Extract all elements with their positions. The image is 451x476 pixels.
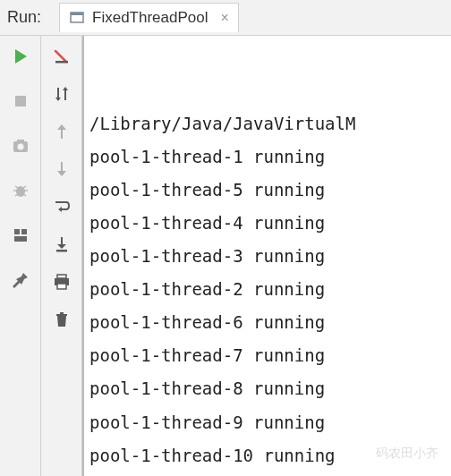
up-arrow-icon[interactable] [50,120,73,143]
soft-wrap-icon[interactable] [50,195,73,218]
console-line: pool-1-thread-5 running [88,174,447,207]
console-line: pool-1-thread-3 running [88,240,447,273]
console-line: pool-1-thread-1 running [88,140,447,174]
svg-rect-1 [71,13,83,15]
svg-marker-28 [57,244,66,249]
tab-title: FixedThreadPool [92,9,208,27]
console-line: pool-1-thread-6 running [88,306,447,339]
run-panel-body: /Library/Java/JavaVirtualMpool-1-thread-… [0,36,451,476]
console-line: pool-1-thread-4 running [88,472,447,476]
run-panel-header: Run: FixedThreadPool × [0,0,451,36]
console-line: /Library/Java/JavaVirtualM [88,107,447,140]
svg-line-10 [15,186,18,188]
svg-rect-17 [55,61,68,64]
secondary-toolbar [41,36,82,476]
sort-icon[interactable] [50,82,73,106]
svg-rect-6 [17,140,24,142]
primary-toolbar [0,36,41,476]
layout-button[interactable] [9,224,32,247]
console-line: pool-1-thread-4 running [88,207,447,240]
console-line: pool-1-thread-9 running [88,406,447,439]
svg-rect-30 [57,275,66,278]
svg-rect-29 [56,250,67,252]
svg-marker-26 [58,207,62,212]
svg-rect-3 [15,96,26,106]
scroll-to-end-icon[interactable] [50,233,73,256]
print-icon[interactable] [50,270,73,293]
watermark: 码农田小齐 [376,441,438,465]
console-line: pool-1-thread-8 running [88,372,447,405]
down-arrow-icon[interactable] [50,157,73,181]
console-output[interactable]: /Library/Java/JavaVirtualMpool-1-thread-… [82,36,451,476]
application-icon [69,10,85,26]
svg-marker-21 [63,87,68,90]
close-icon[interactable]: × [221,10,229,26]
svg-line-11 [23,186,26,188]
svg-rect-34 [60,312,64,314]
svg-rect-14 [14,229,20,234]
run-label: Run: [7,8,41,27]
trash-icon[interactable] [50,308,73,331]
svg-line-13 [23,194,26,196]
run-config-tab[interactable]: FixedThreadPool × [59,3,239,32]
console-line: pool-1-thread-7 running [88,339,447,372]
svg-rect-32 [57,284,66,289]
svg-marker-19 [55,98,61,101]
stop-button[interactable] [9,89,32,113]
svg-marker-2 [15,49,27,64]
svg-marker-25 [57,171,66,176]
svg-rect-16 [14,236,27,242]
screenshot-button[interactable] [9,134,32,157]
svg-line-12 [15,194,18,196]
debug-icon[interactable] [9,179,32,202]
toggle-breakpoint-icon[interactable] [50,45,73,68]
svg-marker-23 [57,124,66,130]
run-button[interactable] [9,45,32,68]
pin-button[interactable] [9,268,32,292]
svg-point-5 [17,144,23,150]
svg-rect-15 [21,229,27,234]
console-line: pool-1-thread-2 running [88,273,447,306]
svg-rect-33 [56,314,67,316]
